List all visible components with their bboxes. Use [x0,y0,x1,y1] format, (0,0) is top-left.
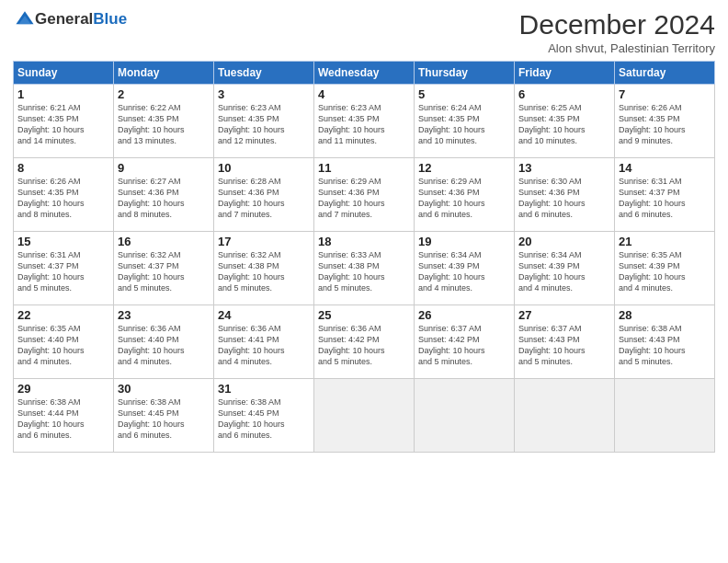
day-number: 9 [118,161,210,175]
day-info: Sunrise: 6:26 AMSunset: 4:35 PMDaylight:… [619,102,711,147]
day-number: 26 [418,308,510,322]
table-row: 15Sunrise: 6:31 AMSunset: 4:37 PMDayligh… [14,232,114,305]
day-info: Sunrise: 6:25 AMSunset: 4:35 PMDaylight:… [518,102,610,147]
day-number: 17 [218,235,310,248]
table-row: 2Sunrise: 6:22 AMSunset: 4:35 PMDaylight… [114,85,214,158]
day-number: 28 [619,308,711,322]
table-row: 29Sunrise: 6:38 AMSunset: 4:44 PMDayligh… [14,379,114,453]
day-number: 18 [318,235,410,248]
day-number: 30 [118,382,210,396]
day-number: 7 [619,87,711,101]
calendar-table: Sunday Monday Tuesday Wednesday Thursday… [13,61,715,453]
day-info: Sunrise: 6:24 AMSunset: 4:35 PMDaylight:… [418,102,510,147]
day-info: Sunrise: 6:21 AMSunset: 4:35 PMDaylight:… [17,102,109,147]
month-title: December 2024 [519,9,715,40]
table-row: 12Sunrise: 6:29 AMSunset: 4:36 PMDayligh… [415,158,515,232]
day-info: Sunrise: 6:31 AMSunset: 4:37 PMDaylight:… [17,249,109,294]
logo-icon [15,9,35,29]
header-sunday: Sunday [14,62,114,85]
table-row: 27Sunrise: 6:37 AMSunset: 4:43 PMDayligh… [515,305,615,379]
calendar-week-row: 22Sunrise: 6:35 AMSunset: 4:40 PMDayligh… [14,305,715,379]
day-info: Sunrise: 6:34 AMSunset: 4:39 PMDaylight:… [518,249,610,294]
day-info: Sunrise: 6:27 AMSunset: 4:36 PMDaylight:… [118,176,210,221]
day-info: Sunrise: 6:36 AMSunset: 4:41 PMDaylight:… [218,323,310,368]
day-number: 25 [318,308,410,322]
day-info: Sunrise: 6:37 AMSunset: 4:42 PMDaylight:… [418,323,510,368]
day-info: Sunrise: 6:37 AMSunset: 4:43 PMDaylight:… [518,323,610,368]
table-row: 10Sunrise: 6:28 AMSunset: 4:36 PMDayligh… [214,158,314,232]
location-title: Alon shvut, Palestinian Territory [519,41,715,55]
day-number: 29 [17,382,109,396]
day-number: 12 [418,161,510,175]
day-number: 31 [218,382,310,396]
table-row [515,379,615,453]
calendar-week-row: 1Sunrise: 6:21 AMSunset: 4:35 PMDaylight… [14,85,715,158]
header-monday: Monday [114,62,214,85]
day-number: 24 [218,308,310,322]
day-number: 4 [318,87,410,101]
day-number: 11 [318,161,410,175]
table-row: 23Sunrise: 6:36 AMSunset: 4:40 PMDayligh… [114,305,214,379]
table-row: 25Sunrise: 6:36 AMSunset: 4:42 PMDayligh… [314,305,415,379]
header-wednesday: Wednesday [314,62,415,85]
day-info: Sunrise: 6:38 AMSunset: 4:45 PMDaylight:… [118,396,210,442]
table-row [314,379,415,453]
table-row: 1Sunrise: 6:21 AMSunset: 4:35 PMDaylight… [14,85,114,158]
table-row: 18Sunrise: 6:33 AMSunset: 4:38 PMDayligh… [314,232,415,305]
day-info: Sunrise: 6:29 AMSunset: 4:36 PMDaylight:… [318,176,410,221]
logo-general: General [35,10,93,28]
table-row: 26Sunrise: 6:37 AMSunset: 4:42 PMDayligh… [415,305,515,379]
table-row [415,379,515,453]
table-row: 14Sunrise: 6:31 AMSunset: 4:37 PMDayligh… [615,158,715,232]
day-info: Sunrise: 6:32 AMSunset: 4:38 PMDaylight:… [218,249,310,294]
table-row: 3Sunrise: 6:23 AMSunset: 4:35 PMDaylight… [214,85,314,158]
day-number: 6 [518,87,610,101]
day-info: Sunrise: 6:35 AMSunset: 4:40 PMDaylight:… [17,323,109,368]
logo-area: GeneralBlue [13,9,127,29]
day-number: 27 [518,308,610,322]
header: GeneralBlue December 2024 Alon shvut, Pa… [13,9,715,55]
table-row: 5Sunrise: 6:24 AMSunset: 4:35 PMDaylight… [415,85,515,158]
header-tuesday: Tuesday [214,62,314,85]
day-info: Sunrise: 6:31 AMSunset: 4:37 PMDaylight:… [619,176,711,221]
day-info: Sunrise: 6:32 AMSunset: 4:37 PMDaylight:… [118,249,210,294]
table-row: 9Sunrise: 6:27 AMSunset: 4:36 PMDaylight… [114,158,214,232]
day-number: 15 [17,235,109,248]
table-row: 8Sunrise: 6:26 AMSunset: 4:35 PMDaylight… [14,158,114,232]
table-row: 28Sunrise: 6:38 AMSunset: 4:43 PMDayligh… [615,305,715,379]
day-info: Sunrise: 6:29 AMSunset: 4:36 PMDaylight:… [418,176,510,221]
day-number: 14 [619,161,711,175]
day-info: Sunrise: 6:22 AMSunset: 4:35 PMDaylight:… [118,102,210,147]
calendar-week-row: 15Sunrise: 6:31 AMSunset: 4:37 PMDayligh… [14,232,715,305]
day-info: Sunrise: 6:33 AMSunset: 4:38 PMDaylight:… [318,249,410,294]
header-friday: Friday [515,62,615,85]
day-info: Sunrise: 6:36 AMSunset: 4:42 PMDaylight:… [318,323,410,368]
day-number: 3 [218,87,310,101]
table-row: 16Sunrise: 6:32 AMSunset: 4:37 PMDayligh… [114,232,214,305]
day-number: 13 [518,161,610,175]
day-number: 19 [418,235,510,248]
title-area: December 2024 Alon shvut, Palestinian Te… [519,9,715,55]
table-row [615,379,715,453]
day-number: 8 [17,161,109,175]
table-row: 11Sunrise: 6:29 AMSunset: 4:36 PMDayligh… [314,158,415,232]
table-row: 13Sunrise: 6:30 AMSunset: 4:36 PMDayligh… [515,158,615,232]
table-row: 30Sunrise: 6:38 AMSunset: 4:45 PMDayligh… [114,379,214,453]
header-thursday: Thursday [415,62,515,85]
logo-text: GeneralBlue [35,11,127,29]
day-info: Sunrise: 6:34 AMSunset: 4:39 PMDaylight:… [418,249,510,294]
day-number: 2 [118,87,210,101]
day-info: Sunrise: 6:36 AMSunset: 4:40 PMDaylight:… [118,323,210,368]
day-info: Sunrise: 6:23 AMSunset: 4:35 PMDaylight:… [218,102,310,147]
table-row: 7Sunrise: 6:26 AMSunset: 4:35 PMDaylight… [615,85,715,158]
calendar-week-row: 8Sunrise: 6:26 AMSunset: 4:35 PMDaylight… [14,158,715,232]
day-number: 20 [518,235,610,248]
calendar-week-row: 29Sunrise: 6:38 AMSunset: 4:44 PMDayligh… [14,379,715,453]
table-row: 4Sunrise: 6:23 AMSunset: 4:35 PMDaylight… [314,85,415,158]
day-info: Sunrise: 6:35 AMSunset: 4:39 PMDaylight:… [619,249,711,294]
day-info: Sunrise: 6:28 AMSunset: 4:36 PMDaylight:… [218,176,310,221]
day-number: 21 [619,235,711,248]
table-row: 20Sunrise: 6:34 AMSunset: 4:39 PMDayligh… [515,232,615,305]
table-row: 6Sunrise: 6:25 AMSunset: 4:35 PMDaylight… [515,85,615,158]
logo-blue: Blue [93,10,127,28]
